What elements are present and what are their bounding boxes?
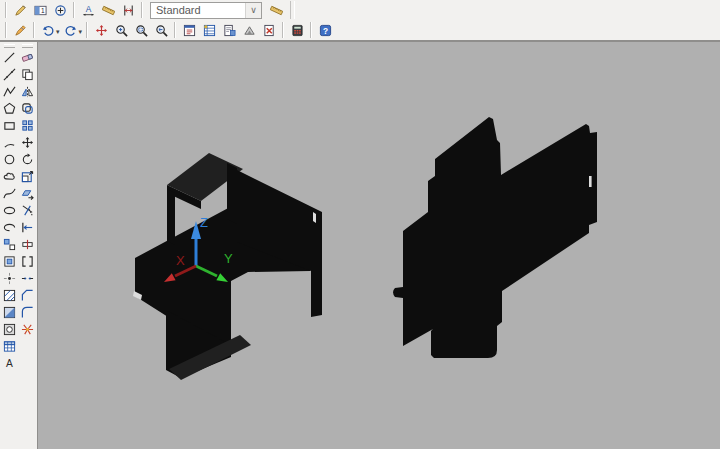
dimension-edit-icon[interactable] bbox=[10, 1, 30, 20]
table-icon[interactable] bbox=[1, 338, 18, 354]
zoom-realtime-icon[interactable] bbox=[111, 21, 131, 40]
center-mark-icon[interactable] bbox=[50, 1, 70, 20]
toolbar-separator bbox=[174, 22, 176, 38]
designcenter-icon[interactable] bbox=[219, 21, 239, 40]
insert-block-icon[interactable] bbox=[1, 236, 18, 252]
toolbar-separator bbox=[5, 2, 7, 18]
polyline-icon[interactable] bbox=[1, 83, 18, 99]
svg-text:A: A bbox=[6, 358, 13, 369]
toolbar-separator bbox=[5, 22, 7, 38]
toolbar-grip[interactable] bbox=[22, 44, 33, 48]
spline-icon[interactable] bbox=[1, 185, 18, 201]
join-icon[interactable] bbox=[19, 270, 36, 286]
array-icon[interactable] bbox=[19, 117, 36, 133]
toolbar-separator bbox=[310, 22, 312, 38]
dimension-style-icon[interactable]: 1 bbox=[30, 1, 50, 20]
scale-icon[interactable] bbox=[19, 168, 36, 184]
redo-menu-arrow-icon[interactable]: ▾ bbox=[79, 28, 83, 36]
dimension-toolbar: 1AStandard∨ bbox=[0, 0, 720, 20]
revision-cloud-icon[interactable] bbox=[1, 168, 18, 184]
region-icon[interactable] bbox=[1, 321, 18, 337]
folded-box-object[interactable] bbox=[133, 153, 322, 380]
cad-application-window: { "header": { "dimension_toolbar": { "st… bbox=[0, 0, 720, 449]
standard-toolbar: ▾▾? bbox=[0, 20, 720, 42]
redo-icon[interactable] bbox=[61, 21, 81, 40]
sketch-icon[interactable] bbox=[10, 21, 30, 40]
zoom-previous-icon[interactable] bbox=[151, 21, 171, 40]
left-toolbar-panel: A bbox=[0, 42, 38, 449]
svg-text:?: ? bbox=[322, 25, 327, 35]
copy-icon[interactable] bbox=[19, 66, 36, 82]
draw-toolbar: A bbox=[1, 42, 18, 372]
circle-icon[interactable] bbox=[1, 151, 18, 167]
text-icon[interactable]: A bbox=[1, 355, 18, 371]
dim-style-dropdown[interactable]: Standard∨ bbox=[150, 2, 262, 19]
point-icon[interactable] bbox=[1, 270, 18, 286]
toolbar-grip[interactable] bbox=[4, 44, 15, 48]
ucs-z-label: Z bbox=[200, 215, 208, 230]
toolbar-separator bbox=[73, 2, 75, 18]
dimension-update-icon[interactable] bbox=[266, 1, 286, 20]
svg-text:A: A bbox=[85, 4, 91, 14]
break-icon[interactable] bbox=[19, 253, 36, 269]
dim-style-value: Standard bbox=[156, 4, 201, 16]
arc-icon[interactable] bbox=[1, 134, 18, 150]
ucs-x-label: X bbox=[176, 253, 185, 268]
line-icon[interactable] bbox=[1, 49, 18, 65]
stretch-icon[interactable] bbox=[19, 185, 36, 201]
mirror-icon[interactable] bbox=[19, 83, 36, 99]
break-point-icon[interactable] bbox=[19, 236, 36, 252]
extend-icon[interactable] bbox=[19, 219, 36, 235]
modify-toolbar bbox=[19, 42, 36, 338]
model-space: Z Y X bbox=[38, 42, 720, 449]
explode-icon[interactable] bbox=[19, 321, 36, 337]
undo-icon[interactable] bbox=[38, 21, 58, 40]
toolbar-separator bbox=[282, 22, 284, 38]
fillet-icon[interactable] bbox=[19, 304, 36, 320]
dimension-update-icon[interactable] bbox=[98, 1, 118, 20]
gradient-icon[interactable] bbox=[1, 304, 18, 320]
chevron-down-icon[interactable]: ∨ bbox=[245, 3, 261, 18]
make-block-icon[interactable] bbox=[1, 253, 18, 269]
construction-line-icon[interactable] bbox=[1, 66, 18, 82]
dimension-space-icon[interactable] bbox=[118, 1, 138, 20]
polygon-icon[interactable] bbox=[1, 100, 18, 116]
sheetset-icon[interactable] bbox=[239, 21, 259, 40]
offset-icon[interactable] bbox=[19, 100, 36, 116]
toolbar-separator bbox=[86, 22, 88, 38]
markup-icon[interactable] bbox=[259, 21, 279, 40]
calculator-icon[interactable] bbox=[287, 21, 307, 40]
ellipse-arc-icon[interactable] bbox=[1, 219, 18, 235]
chamfer-icon[interactable] bbox=[19, 287, 36, 303]
toolbar-separator bbox=[33, 22, 35, 38]
dimension-text-edit-icon[interactable]: A bbox=[78, 1, 98, 20]
pan-icon[interactable] bbox=[91, 21, 111, 40]
move-icon[interactable] bbox=[19, 134, 36, 150]
rotate-icon[interactable] bbox=[19, 151, 36, 167]
zoom-window-icon[interactable] bbox=[131, 21, 151, 40]
help-icon[interactable]: ? bbox=[315, 21, 335, 40]
svg-text:1: 1 bbox=[41, 7, 45, 14]
rectangle-icon[interactable] bbox=[1, 117, 18, 133]
layers-icon[interactable] bbox=[199, 21, 219, 40]
properties-icon[interactable] bbox=[179, 21, 199, 40]
ellipse-icon[interactable] bbox=[1, 202, 18, 218]
drawing-canvas[interactable]: Z Y X bbox=[38, 42, 720, 449]
undo-menu-arrow-icon[interactable]: ▾ bbox=[56, 28, 60, 36]
toolbar-separator bbox=[141, 2, 143, 18]
ucs-y-label: Y bbox=[224, 251, 233, 266]
trim-icon[interactable] bbox=[19, 202, 36, 218]
hatch-icon[interactable] bbox=[1, 287, 18, 303]
erase-icon[interactable] bbox=[19, 49, 36, 65]
unfolded-blank-object[interactable] bbox=[393, 117, 597, 358]
toolbar-edge bbox=[290, 1, 295, 19]
